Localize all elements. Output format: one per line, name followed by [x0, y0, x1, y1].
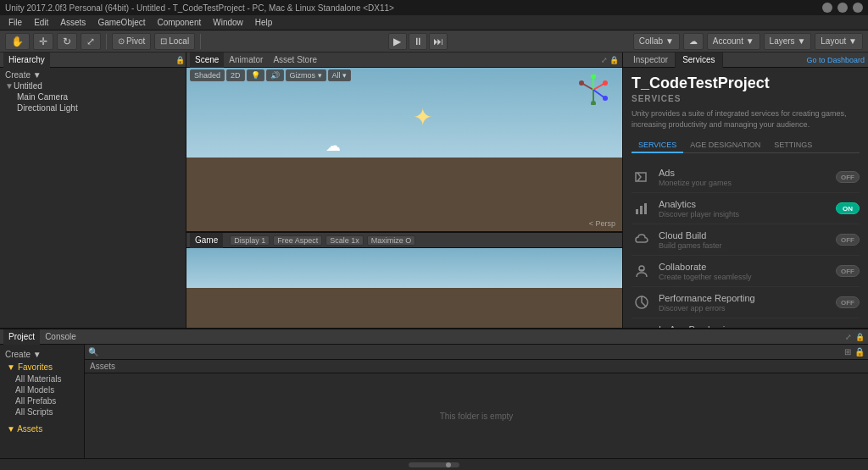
subtab-age[interactable]: AGE DESIGNATION [683, 138, 767, 153]
game-ground [186, 288, 622, 328]
game-aspect-btn[interactable]: Free Aspect [273, 235, 322, 246]
svg-point-5 [591, 75, 596, 79]
tab-inspector[interactable]: Inspector [626, 53, 676, 68]
hierarchy-content: Create ▼ ▼ Untitled Main Camera Directio… [0, 68, 186, 328]
hierarchy-tab[interactable]: Hierarchy [3, 53, 50, 68]
menu-component[interactable]: Component [153, 17, 207, 28]
tab-asset-store[interactable]: Asset Store [268, 53, 322, 68]
asset-filter-btn[interactable]: ⊞ [844, 347, 851, 357]
persp-label: < Persp [589, 219, 615, 228]
menu-help[interactable]: Help [250, 17, 278, 28]
subtab-settings[interactable]: SETTINGS [767, 138, 819, 153]
hierarchy-create[interactable]: Create ▼ [0, 69, 186, 80]
collaborate-toggle[interactable]: OFF [836, 265, 860, 277]
hierarchy-tab-bar: Hierarchy 🔒 [0, 53, 186, 68]
bottom-panel: Project Console ⤢ 🔒 Create ▼ ▼Favorites … [0, 328, 868, 470]
gizmo-svg [578, 75, 609, 105]
ads-icon [632, 167, 652, 187]
asset-search-input[interactable] [102, 347, 841, 357]
tab-services[interactable]: Services [676, 53, 722, 68]
assets-label: Assets [90, 362, 115, 371]
step-button[interactable]: ⏭ [429, 33, 448, 50]
game-view [186, 248, 622, 328]
collab-button[interactable]: Collab ▼ [633, 33, 680, 50]
tab-animator[interactable]: Animator [224, 53, 268, 68]
slider-thumb[interactable] [446, 462, 451, 467]
menu-edit[interactable]: Edit [29, 17, 53, 28]
account-button[interactable]: Account ▼ [707, 33, 760, 50]
tab-console[interactable]: Console [40, 329, 81, 345]
all-prefabs-item[interactable]: All Prefabs [0, 395, 84, 406]
toolbar-pivot[interactable]: ⊙ Pivot [112, 33, 151, 50]
scene-all-btn[interactable]: All ▾ [328, 69, 352, 81]
project-create-btn[interactable]: Create ▼ [0, 348, 84, 361]
hierarchy-panel: Hierarchy 🔒 Create ▼ ▼ Untitled Main Cam… [0, 53, 186, 328]
assets-sidebar-item[interactable]: ▼ Assets [0, 423, 84, 435]
scene-light-btn[interactable]: 💡 [247, 69, 264, 81]
ads-toggle[interactable]: OFF [836, 171, 860, 183]
scene-gizmos-btn[interactable]: Gizmos ▾ [286, 69, 326, 81]
all-scripts-item[interactable]: All Scripts [0, 406, 84, 417]
minimize-btn[interactable] [822, 3, 832, 13]
all-models-item[interactable]: All Models [0, 384, 84, 395]
perf-reporting-toggle[interactable]: OFF [836, 296, 860, 308]
hierarchy-item-untitled[interactable]: ▼ Untitled [0, 80, 186, 91]
subtab-services[interactable]: SERVICES [632, 138, 683, 153]
layout-button[interactable]: Layout ▼ [815, 33, 863, 50]
toolbar-move[interactable]: ✛ [33, 33, 53, 50]
services-description: Unity provides a suite of integrated ser… [632, 108, 860, 130]
scene-shaded-btn[interactable]: Shaded [190, 69, 225, 81]
scene-2d-btn[interactable]: 2D [226, 69, 245, 81]
game-display-btn[interactable]: Display 1 [230, 235, 270, 246]
scene-expand[interactable]: ⤢ [601, 56, 608, 64]
right-panel: Inspector Services Go to Dashboard T_Cod… [622, 53, 868, 328]
menu-file[interactable]: File [3, 17, 27, 28]
svg-point-3 [579, 80, 584, 86]
favorites-item[interactable]: ▼Favorites [0, 361, 84, 373]
cloud-build-toggle[interactable]: OFF [836, 234, 860, 246]
asset-lock-btn[interactable]: 🔒 [854, 347, 865, 357]
perf-reporting-info: Performance Reporting Discover app error… [659, 293, 829, 312]
svg-rect-10 [636, 209, 638, 214]
game-scale-btn[interactable]: Scale 1x [326, 235, 364, 246]
title-bar-controls[interactable] [822, 3, 863, 13]
menu-window[interactable]: Window [208, 17, 248, 28]
title-bar-text: Unity 2017.2.0f3 Personal (64bit) - Unti… [5, 3, 394, 13]
analytics-toggle[interactable]: ON [836, 202, 860, 214]
camera-label: Main Camera [17, 92, 68, 102]
tab-project[interactable]: Project [3, 329, 40, 345]
tab-game[interactable]: Game [190, 233, 223, 248]
light-label: Directional Light [17, 103, 78, 113]
all-materials-item[interactable]: All Materials [0, 373, 84, 384]
toolbar-rotate[interactable]: ↻ [57, 33, 77, 50]
toolbar-hand[interactable]: ✋ [5, 33, 30, 50]
layers-button[interactable]: Layers ▼ [764, 33, 812, 50]
scene-ground [186, 158, 622, 231]
pause-button[interactable]: ⏸ [409, 33, 427, 50]
hierarchy-item-light[interactable]: Directional Light [0, 102, 186, 113]
services-label: SERVICES [632, 94, 860, 103]
project-expand[interactable]: ⤢ [845, 333, 852, 341]
cloud-icon-btn[interactable]: ☁ [683, 33, 704, 50]
close-btn[interactable] [853, 3, 863, 13]
go-dashboard-link[interactable]: Go to Dashboard [806, 56, 865, 64]
project-lock[interactable]: 🔒 [855, 333, 865, 341]
size-slider[interactable] [409, 462, 459, 467]
ads-desc: Monetize your games [659, 179, 829, 187]
toolbar-right: Collab ▼ ☁ Account ▼ Layers ▼ Layout ▼ [633, 33, 863, 50]
game-maximize-btn[interactable]: Maximize O [367, 235, 416, 246]
maximize-btn[interactable] [837, 3, 848, 13]
hierarchy-item-camera[interactable]: Main Camera [0, 91, 186, 102]
menu-gameobject[interactable]: GameObject [92, 17, 150, 28]
toolbar-local[interactable]: ⊡ Local [154, 33, 195, 50]
toolbar-scale[interactable]: ⤢ [81, 33, 101, 50]
scene-audio-btn[interactable]: 🔊 [266, 69, 284, 81]
menu-assets[interactable]: Assets [55, 17, 91, 28]
play-button[interactable]: ▶ [388, 33, 407, 50]
tab-scene[interactable]: Scene [190, 53, 224, 68]
scene-lock[interactable]: 🔒 [609, 56, 619, 64]
service-perf-reporting: Performance Reporting Discover app error… [632, 287, 860, 318]
scene-toolbar: Shaded 2D 💡 🔊 Gizmos ▾ All ▾ [190, 69, 351, 81]
service-iap: $ In-App Purchasing Simplify cross-platf… [632, 318, 860, 328]
hierarchy-lock: 🔒 [175, 56, 182, 64]
